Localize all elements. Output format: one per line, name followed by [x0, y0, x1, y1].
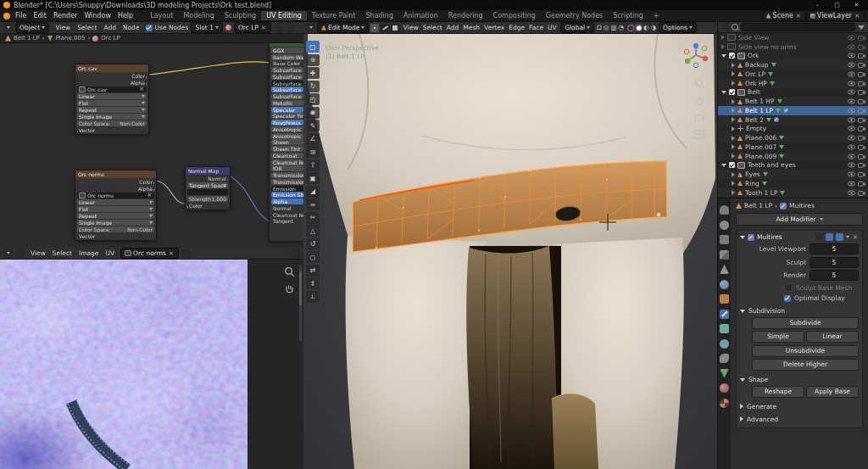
outliner-row[interactable]: Belt 1 LP	[718, 106, 868, 115]
disable-render-toggle[interactable]	[858, 162, 865, 168]
shading-solid-icon[interactable]: ●	[635, 24, 643, 31]
workspace-tab[interactable]: Shading	[360, 11, 398, 20]
constraints-tab-icon[interactable]	[720, 354, 729, 363]
hide-viewport-toggle[interactable]	[848, 181, 855, 187]
disable-render-toggle[interactable]	[858, 154, 865, 159]
node-socket-row[interactable]: Metallic	[271, 100, 303, 106]
space-dropdown[interactable]: Tangent Space	[187, 182, 228, 188]
node-socket-row[interactable]: Clearcoat Normal	[271, 212, 303, 218]
uv-scrollbar[interactable]	[299, 265, 302, 341]
disclosure-icon[interactable]	[732, 144, 735, 149]
object-tab-icon[interactable]	[720, 294, 729, 304]
snap-magnet-icon[interactable]: Ω	[596, 24, 603, 31]
overlays-icon[interactable]: ◔	[617, 24, 625, 31]
face-select-mode[interactable]	[391, 24, 399, 32]
tool-add-cube[interactable]: ⊞	[306, 146, 320, 158]
editor-type-icon[interactable]	[3, 23, 13, 32]
unsubdivide-button[interactable]: Unsubdivide	[752, 345, 859, 357]
subdivide-button[interactable]: Subdivide	[752, 317, 859, 329]
expand-icon[interactable]	[740, 236, 745, 239]
tool-extrude[interactable]: ⇧	[306, 159, 320, 171]
outliner-search-input[interactable]	[741, 23, 855, 31]
extension-dropdown[interactable]: Repeat	[77, 107, 147, 113]
delete-higher-button[interactable]: Delete Higher	[752, 359, 859, 371]
collection-checkbox[interactable]	[729, 53, 735, 59]
shader-mode-dropdown[interactable]: Object	[15, 22, 49, 33]
disable-render-toggle[interactable]	[858, 71, 865, 77]
advanced-section-header[interactable]: Advanced	[740, 416, 859, 423]
hide-viewport-toggle[interactable]	[848, 117, 855, 123]
hide-viewport-toggle[interactable]	[848, 154, 855, 159]
viewlayer-selector[interactable]: ViewLayer ✕	[806, 10, 865, 21]
workspace-tab[interactable]: UV Editing	[261, 11, 307, 20]
hide-viewport-toggle[interactable]	[848, 81, 855, 87]
level-value-field[interactable]: 5	[810, 257, 859, 268]
strength-slider[interactable]: Strength1.000	[187, 196, 228, 202]
node-socket-row[interactable]: Transmission	[271, 172, 303, 178]
camera-view-icon[interactable]	[694, 112, 705, 123]
shader-node-canvas[interactable]: GGXRandom WalkBase ColorSubsurfaceSubsur…	[0, 43, 304, 248]
node-socket-row[interactable]: Random Walk	[271, 54, 303, 60]
hide-viewport-toggle[interactable]	[848, 135, 855, 141]
color-socket[interactable]	[153, 181, 154, 186]
disclosure-icon[interactable]	[732, 190, 735, 195]
particles-tab-icon[interactable]	[720, 324, 729, 333]
image-name-field[interactable]: Orc cav✕	[77, 87, 147, 92]
level-value-field[interactable]: 5	[810, 270, 859, 281]
subdivide-type-button[interactable]: Simple	[752, 331, 804, 343]
node-socket-row[interactable]: Specular Tint	[271, 113, 303, 119]
disclosure-icon[interactable]	[732, 126, 735, 131]
disclosure-icon[interactable]	[721, 164, 726, 167]
menu-item[interactable]: Edge	[507, 24, 527, 31]
colorspace-row[interactable]: Color SpaceNon-Color	[77, 226, 154, 232]
sculpt-base-mesh-checkbox[interactable]	[784, 283, 793, 292]
navigation-gizmo[interactable]	[682, 41, 710, 70]
node-socket-row[interactable]: Clearcoat	[271, 153, 303, 159]
disclosure-icon[interactable]	[732, 81, 735, 86]
editor-type-icon[interactable]	[3, 248, 13, 258]
menu-item[interactable]: View	[401, 24, 420, 31]
menu-item[interactable]: Render	[50, 12, 81, 20]
outliner-row[interactable]: Tooth 1 LP	[718, 188, 868, 198]
disable-render-toggle[interactable]	[858, 89, 865, 95]
render-toggle-icon[interactable]	[836, 233, 843, 241]
source-dropdown[interactable]: Single Image	[77, 114, 147, 120]
node-socket-row[interactable]: Emission	[271, 186, 303, 192]
outliner-row[interactable]: Belt	[718, 88, 868, 98]
disclosure-icon[interactable]	[732, 154, 735, 159]
uv-image-canvas[interactable]	[0, 260, 304, 469]
node-socket-row[interactable]: Anisotropic Rotation	[271, 133, 303, 139]
disclosure-icon[interactable]	[721, 35, 725, 40]
menu-item[interactable]: Node	[120, 24, 143, 31]
image-name-field[interactable]: Orc norms✕	[77, 193, 154, 198]
colorspace-row[interactable]: Color SpaceNon-Color	[77, 120, 147, 126]
disable-render-toggle[interactable]	[858, 44, 865, 50]
outliner-row[interactable]: Side View	[718, 33, 868, 42]
disclosure-icon[interactable]	[721, 44, 725, 49]
disclosure-icon[interactable]	[721, 54, 726, 58]
disclosure-icon[interactable]	[732, 99, 735, 104]
modifiers-tab-icon[interactable]	[720, 310, 729, 319]
workspace-tab[interactable]: Sculpting	[220, 11, 261, 20]
uv-island-overlay[interactable]	[0, 260, 248, 469]
outliner-row[interactable]: Side view no arms	[718, 42, 868, 52]
menu-item[interactable]: Vertex	[482, 24, 507, 31]
hide-viewport-toggle[interactable]	[848, 171, 855, 177]
source-dropdown[interactable]: Single Image	[77, 220, 154, 226]
image-texture-node-norms[interactable]: Orc norms Color Alpha Orc norms✕ Linear …	[75, 170, 157, 241]
tool-spin[interactable]: ↺	[306, 238, 320, 250]
image-settings-icon[interactable]	[291, 248, 300, 258]
tool-measure[interactable]: ∠	[306, 133, 320, 145]
shape-button[interactable]: Apply Base	[806, 386, 859, 398]
disable-render-toggle[interactable]	[858, 126, 865, 131]
menu-item[interactable]: Edit	[30, 12, 50, 20]
disable-render-toggle[interactable]	[858, 117, 865, 123]
workspace-tab[interactable]: Scripting	[608, 11, 648, 20]
outliner-row[interactable]: Belt 1 HP	[718, 97, 868, 106]
modifier-extras-icon[interactable]	[846, 236, 849, 238]
workspace-tab[interactable]: Layout	[145, 11, 178, 20]
disclosure-icon[interactable]	[732, 136, 735, 141]
image-unlink-icon[interactable]: ✕	[146, 193, 153, 198]
render-tab-icon[interactable]	[720, 221, 729, 230]
menu-item[interactable]: Face	[527, 24, 546, 31]
